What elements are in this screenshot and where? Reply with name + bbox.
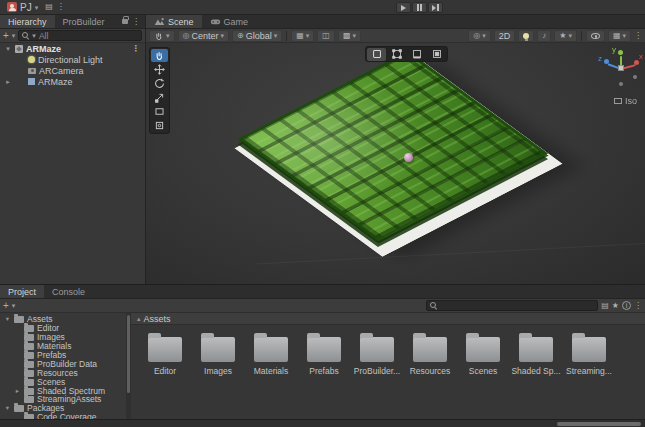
z-axis-handle[interactable] xyxy=(604,59,609,64)
scene-menu-kebab-icon[interactable]: ⋮ xyxy=(634,32,642,40)
tab-console[interactable]: Console xyxy=(44,285,93,298)
create-dropdown-icon[interactable]: ▾ xyxy=(12,302,16,309)
hierarchy-item-arcamera[interactable]: ARCamera xyxy=(0,65,145,76)
snap-toggle-button[interactable]: ◫ xyxy=(317,30,335,42)
scene-tab-icon xyxy=(154,17,165,26)
create-button[interactable]: + xyxy=(3,301,9,311)
face-mode-icon xyxy=(431,48,443,60)
increment-snap-icon: ▩ xyxy=(343,32,351,40)
grid-snapping-dropdown[interactable]: ▦ ▾ xyxy=(291,30,314,42)
play-button[interactable] xyxy=(396,2,411,13)
asset-grid-pane: ▴ Assets Editor Images Materials Prefabs… xyxy=(131,313,645,419)
caret-icon[interactable]: ▸ xyxy=(14,387,21,395)
y-axis-label: y xyxy=(612,46,616,54)
orientation-gizmo[interactable]: y x z xyxy=(598,46,644,92)
scale-tool-button[interactable] xyxy=(151,91,168,104)
pause-button[interactable] xyxy=(412,2,427,13)
tab-probuilder[interactable]: ProBuilder xyxy=(55,15,113,28)
active-tool-dropdown[interactable]: ▾ xyxy=(149,30,175,42)
cloud-services-icon[interactable]: ▤ xyxy=(45,3,53,11)
scene-options-kebab-icon[interactable]: ⋮ xyxy=(132,45,145,53)
folder-icon xyxy=(24,396,34,403)
play-icon xyxy=(401,5,406,11)
audio-toggle-button[interactable]: ♪ xyxy=(537,30,551,42)
chevron-down-icon: ▾ xyxy=(274,32,278,39)
asset-folder-editor[interactable]: Editor xyxy=(140,332,190,376)
asset-folder-images[interactable]: Images xyxy=(193,332,243,376)
camera-settings-dropdown[interactable]: ◎ ▾ xyxy=(468,30,491,42)
hierarchy-item-directional-light[interactable]: Directional Light xyxy=(0,54,145,65)
2d-toggle-button[interactable]: 2D xyxy=(494,30,516,42)
filter-by-type-icon[interactable]: ▤ xyxy=(601,302,609,310)
hand-tool-icon xyxy=(154,31,164,41)
step-button[interactable] xyxy=(428,2,443,13)
asset-folder-prefabs[interactable]: Prefabs xyxy=(299,332,349,376)
hierarchy-search-input[interactable]: ▾ All xyxy=(18,30,142,41)
tab-scene[interactable]: Scene xyxy=(146,15,202,28)
edge-mode-button[interactable] xyxy=(407,48,426,61)
projection-mode-toggle[interactable]: Iso xyxy=(614,96,637,106)
transform-tool-button[interactable] xyxy=(151,119,168,132)
asset-folder-scenes[interactable]: Scenes xyxy=(458,332,508,376)
orientation-label: Global xyxy=(246,31,272,41)
y-axis-handle[interactable] xyxy=(618,50,623,55)
tree-item-assets[interactable]: ▾Assets xyxy=(0,315,126,324)
light-icon xyxy=(28,56,35,63)
step-bar-icon xyxy=(437,4,439,11)
panel-menu-kebab-icon[interactable]: ⋮ xyxy=(132,18,140,26)
create-dropdown-icon[interactable]: ▾ xyxy=(12,32,16,39)
account-dropdown[interactable]: PJ ▾ xyxy=(4,1,41,13)
scrollbar-thumb[interactable] xyxy=(557,422,641,426)
horizontal-scrollbar[interactable] xyxy=(0,419,645,427)
rotate-tool-button[interactable] xyxy=(151,77,168,90)
favorite-search-icon[interactable]: ★ xyxy=(612,302,619,310)
caret-icon[interactable]: ▾ xyxy=(4,404,11,412)
scene-visibility-button[interactable] xyxy=(586,30,605,42)
scene-viewport[interactable]: y x z Iso xyxy=(146,43,645,284)
game-tab-icon xyxy=(210,17,221,26)
asset-breadcrumb[interactable]: ▴ Assets xyxy=(131,313,645,325)
account-menu-kebab-icon[interactable]: ⋮ xyxy=(57,3,65,11)
lighting-toggle-button[interactable] xyxy=(518,30,534,42)
tab-game[interactable]: Game xyxy=(202,15,257,28)
object-mode-button[interactable] xyxy=(367,48,386,61)
rect-tool-button[interactable] xyxy=(151,105,168,118)
collapse-icon[interactable]: ▴ xyxy=(137,315,141,323)
gizmo-center-cube[interactable] xyxy=(618,65,624,71)
asset-folder-shaded-spectrum[interactable]: Shaded Sp... xyxy=(511,332,561,376)
lock-icon[interactable] xyxy=(122,19,128,24)
asset-folder-resources[interactable]: Resources xyxy=(405,332,455,376)
tab-hierarchy[interactable]: Hierarchy xyxy=(0,15,55,28)
2d-label: 2D xyxy=(499,31,511,41)
pivot-mode-dropdown[interactable]: ◎ Center ▾ xyxy=(178,30,230,42)
face-mode-button[interactable] xyxy=(427,48,446,61)
effects-dropdown[interactable]: ★ ▾ xyxy=(554,30,577,42)
scene-row-armaze[interactable]: ▾ ARMaze ⋮ xyxy=(0,43,145,54)
caret-icon[interactable]: ▸ xyxy=(4,78,12,86)
folder-label: Scenes xyxy=(469,366,497,376)
info-icon[interactable]: i xyxy=(622,301,631,310)
view-hand-tool-button[interactable] xyxy=(151,49,168,62)
project-menu-kebab-icon[interactable]: ⋮ xyxy=(634,302,642,310)
item-label: Directional Light xyxy=(38,55,103,65)
caret-icon[interactable]: ▾ xyxy=(4,315,11,323)
snap-increment-dropdown[interactable]: ▩ ▾ xyxy=(338,30,361,42)
tab-project[interactable]: Project xyxy=(0,285,44,298)
caret-icon[interactable]: ▾ xyxy=(4,45,12,53)
player-ball-object[interactable] xyxy=(404,153,413,162)
grid-visibility-dropdown[interactable]: ▦ ▾ xyxy=(608,30,631,42)
hierarchy-item-armaze[interactable]: ▸ ARMaze xyxy=(0,76,145,87)
negative-y-handle[interactable] xyxy=(619,82,623,86)
project-search-input[interactable] xyxy=(426,300,598,311)
create-button[interactable]: + xyxy=(3,31,9,41)
asset-folder-streamingassets[interactable]: Streaming... xyxy=(564,332,614,376)
maze-object[interactable] xyxy=(238,51,548,242)
asset-folder-materials[interactable]: Materials xyxy=(246,332,296,376)
orientation-dropdown[interactable]: ⊕ Global ▾ xyxy=(232,30,282,42)
negative-z-handle[interactable] xyxy=(633,75,637,79)
vertex-mode-button[interactable] xyxy=(387,48,406,61)
move-tool-button[interactable] xyxy=(151,63,168,76)
folder-icon xyxy=(572,337,606,362)
asset-folder-probuilder[interactable]: ProBuilder... xyxy=(352,332,402,376)
scrollbar-thumb[interactable] xyxy=(127,315,130,393)
